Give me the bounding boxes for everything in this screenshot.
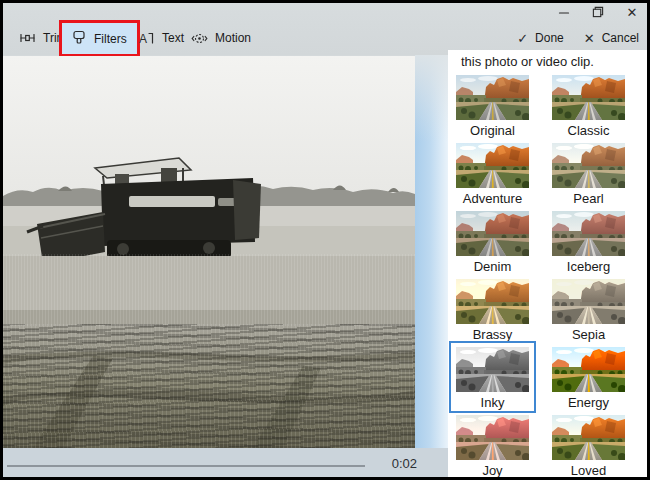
filter-option-original[interactable]: Original xyxy=(456,75,529,138)
filter-thumbnail xyxy=(456,415,529,460)
text-icon: A xyxy=(138,30,155,46)
check-icon: ✓ xyxy=(517,32,528,45)
filter-thumbnail xyxy=(456,347,529,392)
close-window-button[interactable]: ✕ xyxy=(625,6,639,18)
minimize-icon xyxy=(558,6,570,18)
restore-icon xyxy=(592,6,604,18)
filter-thumbnail xyxy=(552,211,625,256)
filter-thumbnail xyxy=(552,347,625,392)
seek-track[interactable] xyxy=(7,465,365,467)
toolbar-filters-button[interactable]: Filters xyxy=(62,23,137,54)
red-highlight-box: Filters xyxy=(59,20,140,57)
filter-label: Inky xyxy=(456,392,529,410)
filter-label: Joy xyxy=(456,460,529,477)
filter-label: Original xyxy=(456,120,529,138)
filter-label: Energy xyxy=(552,392,625,410)
filter-label: Iceberg xyxy=(552,256,625,274)
filter-option-loved[interactable]: Loved xyxy=(552,415,625,477)
filters-icon xyxy=(71,29,87,49)
filter-thumbnail xyxy=(456,211,529,256)
header-bar: ✕ Trim F xyxy=(3,3,647,55)
filter-option-denim[interactable]: Denim xyxy=(456,211,529,274)
filter-option-classic[interactable]: Classic xyxy=(552,75,625,138)
svg-text:A: A xyxy=(139,32,147,46)
trim-icon xyxy=(19,30,36,46)
cancel-label: Cancel xyxy=(602,31,639,45)
close-icon: ✕ xyxy=(627,6,638,19)
filter-option-joy[interactable]: Joy xyxy=(456,415,529,477)
filter-label: Brassy xyxy=(456,324,529,342)
filter-option-energy[interactable]: Energy xyxy=(552,347,625,410)
cancel-button[interactable]: ✕ Cancel xyxy=(584,31,639,45)
photos-editor: ✕ Trim F xyxy=(3,3,647,477)
done-button[interactable]: ✓ Done xyxy=(517,31,564,45)
filter-label: Loved xyxy=(552,460,625,477)
filter-option-iceberg[interactable]: Iceberg xyxy=(552,211,625,274)
window-controls: ✕ xyxy=(557,6,639,18)
done-label: Done xyxy=(535,31,564,45)
toolbar-motion-button[interactable]: Motion xyxy=(187,24,255,52)
filters-panel: this photo or video clip. Original xyxy=(448,50,647,477)
filter-thumbnail xyxy=(456,279,529,324)
filter-thumbnail xyxy=(552,415,625,460)
filter-thumbnail xyxy=(552,75,625,120)
toolbar-text-button[interactable]: A Text xyxy=(134,24,188,52)
filter-label: Classic xyxy=(552,120,625,138)
filter-option-sepia[interactable]: Sepia xyxy=(552,279,625,342)
seekbar[interactable]: 0:02 xyxy=(3,448,448,477)
background-gradient-strip xyxy=(415,55,448,448)
filter-option-inky[interactable]: Inky xyxy=(449,341,536,413)
filter-label: Adventure xyxy=(456,188,529,206)
filter-thumbnail xyxy=(456,75,529,120)
motion-icon xyxy=(191,30,208,47)
filter-thumbnail xyxy=(552,279,625,324)
editor-actions: ✓ Done ✕ Cancel xyxy=(517,31,639,45)
panel-intro-text: this photo or video clip. xyxy=(461,54,594,69)
filter-option-brassy[interactable]: Brassy xyxy=(456,279,529,342)
filter-label: Pearl xyxy=(552,188,625,206)
minimize-button[interactable] xyxy=(557,6,571,18)
filter-thumbnail xyxy=(456,143,529,188)
x-icon: ✕ xyxy=(584,32,595,45)
field-photo xyxy=(3,56,415,448)
toolbar-motion-label: Motion xyxy=(215,31,251,45)
toolbar-text-label: Text xyxy=(162,31,184,45)
current-time: 0:02 xyxy=(381,456,417,471)
restore-button[interactable] xyxy=(591,6,605,18)
toolbar-filters-label: Filters xyxy=(94,32,127,46)
video-preview xyxy=(3,56,415,448)
filter-label: Sepia xyxy=(552,324,625,342)
app-window: ✕ Trim F xyxy=(0,0,650,480)
filter-thumbnail xyxy=(552,143,625,188)
filter-option-pearl[interactable]: Pearl xyxy=(552,143,625,206)
filter-option-adventure[interactable]: Adventure xyxy=(456,143,529,206)
filter-label: Denim xyxy=(456,256,529,274)
